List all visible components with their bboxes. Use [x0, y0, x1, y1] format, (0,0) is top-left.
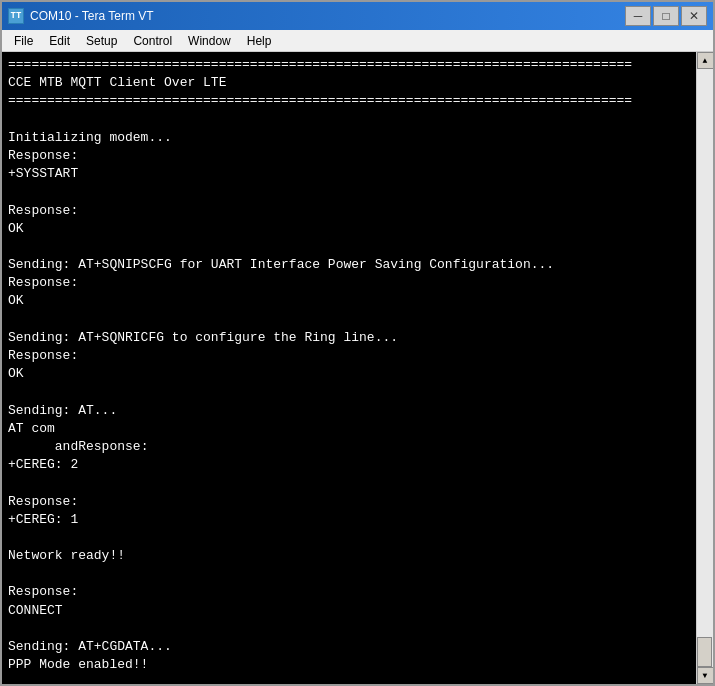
- menu-bar: File Edit Setup Control Window Help: [2, 30, 713, 52]
- menu-window[interactable]: Window: [180, 32, 239, 50]
- close-button[interactable]: ✕: [681, 6, 707, 26]
- main-window: TT COM10 - Tera Term VT ─ □ ✕ File Edit …: [0, 0, 715, 686]
- scrollbar: ▲ ▼: [696, 52, 713, 684]
- terminal-output[interactable]: ========================================…: [2, 52, 696, 684]
- minimize-button[interactable]: ─: [625, 6, 651, 26]
- menu-file[interactable]: File: [6, 32, 41, 50]
- app-icon: TT: [8, 8, 24, 24]
- menu-help[interactable]: Help: [239, 32, 280, 50]
- menu-control[interactable]: Control: [125, 32, 180, 50]
- scroll-down-button[interactable]: ▼: [697, 667, 714, 684]
- title-bar: TT COM10 - Tera Term VT ─ □ ✕: [2, 2, 713, 30]
- menu-setup[interactable]: Setup: [78, 32, 125, 50]
- scroll-up-button[interactable]: ▲: [697, 52, 714, 69]
- maximize-button[interactable]: □: [653, 6, 679, 26]
- terminal-container: ========================================…: [2, 52, 713, 684]
- window-title: COM10 - Tera Term VT: [30, 9, 154, 23]
- scroll-thumb[interactable]: [697, 637, 712, 667]
- scroll-track[interactable]: [697, 69, 713, 667]
- window-controls: ─ □ ✕: [625, 6, 707, 26]
- menu-edit[interactable]: Edit: [41, 32, 78, 50]
- title-bar-left: TT COM10 - Tera Term VT: [8, 8, 154, 24]
